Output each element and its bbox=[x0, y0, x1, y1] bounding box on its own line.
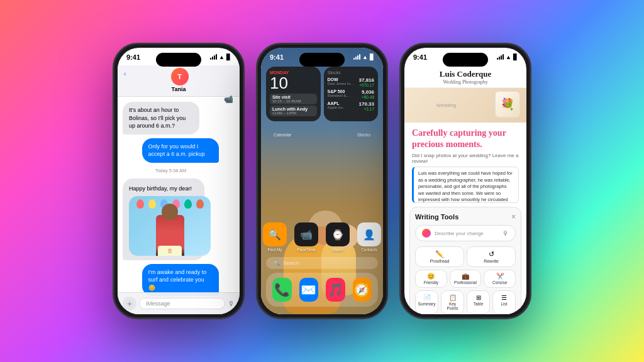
status-icons-1: ▲ ▊ bbox=[210, 54, 231, 60]
signal-icon bbox=[210, 55, 217, 60]
friendly-button[interactable]: 😊 Friendly bbox=[415, 270, 447, 288]
message-bubble: Only for you would I accept a 6 a.m. pic… bbox=[142, 138, 219, 163]
message-text: Happy birthday, my dear! bbox=[129, 183, 198, 196]
battery-icon: ▊ bbox=[226, 54, 231, 60]
table-button[interactable]: ⊞ Table bbox=[467, 290, 490, 314]
dock-mail[interactable]: ✉️ bbox=[299, 278, 319, 302]
apps-row: 🔍 Find My 📹 FaceTime ⌚ Watch bbox=[266, 222, 378, 252]
messages-list: It's about an hour to Bolinas, so I'll p… bbox=[118, 97, 224, 304]
studio-subtitle: Wedding Photography bbox=[412, 79, 519, 85]
review-prompt: Did I snap photos at your wedding? Leave… bbox=[404, 153, 526, 167]
phone-homescreen: 9:41 ▲ ▊ Monday 10 Site visit bbox=[256, 43, 388, 319]
writing-tools-title: Writing Tools bbox=[415, 213, 458, 221]
cal-event-1: Site visit 10:15 – 10:45AM bbox=[270, 94, 317, 104]
summary-button[interactable]: 📄 Summary bbox=[415, 290, 438, 314]
stocks-widget[interactable]: Stocks DOW Dow Jones In... 37,816 +570.1… bbox=[324, 67, 379, 121]
close-button[interactable]: × bbox=[511, 212, 516, 221]
studio-name: Luis Coderque bbox=[412, 69, 519, 79]
search-bar[interactable]: 🔍 Search bbox=[266, 257, 378, 269]
cal-event-2: Lunch with Andy 11AM – 12PM bbox=[270, 106, 317, 116]
studio-header: Luis Coderque Wedding Photography bbox=[404, 65, 526, 88]
tools-row-2: 😊 Friendly 💼 Professional ✂️ Concise bbox=[415, 270, 516, 288]
dynamic-island-3 bbox=[443, 53, 488, 67]
message-timestamp: Today 5:38 AM bbox=[123, 168, 219, 173]
app-facetime[interactable]: 📹 FaceTime bbox=[294, 222, 318, 252]
message-input-bar: + iMessage 🎙 bbox=[118, 292, 240, 314]
tools-row-1: ✏️ Proofread ↺ Rewrite bbox=[415, 246, 516, 267]
battery-icon-2: ▊ bbox=[370, 54, 374, 60]
writing-input[interactable]: Describe your change 🎙 bbox=[415, 225, 516, 241]
stocks-header: Stocks bbox=[328, 70, 375, 75]
app-watch[interactable]: ⌚ Watch bbox=[326, 222, 350, 252]
imessage-header: ‹ T Tania 📹 bbox=[118, 65, 240, 97]
attachment-button[interactable]: + bbox=[123, 297, 136, 310]
ai-icon bbox=[422, 229, 431, 238]
message-input[interactable]: iMessage bbox=[139, 298, 225, 309]
proofread-button[interactable]: ✏️ Proofread bbox=[415, 246, 464, 267]
writing-tools-header: Writing Tools × bbox=[415, 212, 516, 221]
list-button[interactable]: ☰ List bbox=[492, 290, 516, 314]
birthday-image: 🎂 bbox=[129, 196, 211, 256]
key-points-button[interactable]: 📋 Key Points bbox=[441, 290, 464, 314]
mic-icon: 🎙 bbox=[502, 230, 509, 237]
dock: 📞 ✉️ 🎵 🧭 bbox=[266, 273, 378, 307]
dock-compass[interactable]: 🧭 bbox=[353, 278, 372, 302]
stock-dow: DOW Dow Jones In... 37,816 +570.17 bbox=[328, 77, 375, 87]
phone-imessage: 9:41 ▲ ▊ ‹ T Tania 📹 It's about an hour … bbox=[113, 43, 245, 319]
wifi-icon: ▲ bbox=[219, 54, 225, 60]
birthday-message: Happy birthday, my dear! 🎂 bbox=[123, 178, 204, 260]
back-button[interactable]: ‹ bbox=[124, 70, 126, 77]
status-icons-2: ▲ ▊ bbox=[353, 54, 374, 60]
dock-music[interactable]: 🎵 bbox=[326, 278, 345, 302]
professional-button[interactable]: 💼 Professional bbox=[450, 270, 482, 288]
app-findmy[interactable]: 🔍 Find My bbox=[263, 222, 287, 252]
stock-aapl: AAPL Apple Inc. 170.33 +3.17 bbox=[328, 101, 375, 111]
rewrite-button[interactable]: ↺ Rewrite bbox=[467, 246, 516, 267]
dynamic-island bbox=[156, 53, 201, 67]
message-bubble: I'm awake and ready to surf and celebrat… bbox=[142, 264, 219, 297]
calendar-widget[interactable]: Monday 10 Site visit 10:15 – 10:45AM Lun… bbox=[266, 67, 321, 121]
tools-row-3: 📄 Summary 📋 Key Points ⊞ Table ☰ List bbox=[415, 290, 516, 314]
signal-icon-2 bbox=[353, 55, 360, 60]
hero-text: Wedding bbox=[429, 99, 502, 112]
hero-image: 💐 bbox=[495, 91, 520, 118]
wifi-icon-3: ▲ bbox=[506, 54, 511, 60]
tagline: Carefully capturing your precious moment… bbox=[404, 123, 526, 153]
status-icons-3: ▲ ▊ bbox=[497, 54, 518, 60]
time-2: 9:41 bbox=[270, 53, 284, 61]
cal-date: 10 bbox=[270, 75, 317, 91]
contact-name: Tania bbox=[124, 86, 233, 92]
signal-icon-3 bbox=[497, 55, 504, 60]
message-bubble: It's about an hour to Bolinas, so I'll p… bbox=[123, 102, 199, 134]
concise-button[interactable]: ✂️ Concise bbox=[484, 270, 516, 288]
app-area: 🔍 Find My 📹 FaceTime ⌚ Watch bbox=[266, 222, 378, 307]
contact-avatar: T bbox=[171, 68, 189, 85]
search-icon: 🔍 bbox=[274, 260, 280, 266]
app-contacts[interactable]: 👤 Contacts bbox=[357, 222, 381, 252]
wifi-icon-2: ▲ bbox=[362, 54, 368, 60]
writing-tools-panel: Writing Tools × Describe your change 🎙 ✏… bbox=[409, 207, 521, 314]
time-1: 9:41 bbox=[126, 53, 140, 61]
hero-section: Wedding 💐 bbox=[404, 88, 526, 123]
stock-sp500: S&P 500 Standard &... 5,036 +80.48 bbox=[328, 89, 375, 99]
dynamic-island-2 bbox=[299, 53, 345, 67]
time-3: 9:41 bbox=[413, 53, 427, 61]
phone-photography: 9:41 ▲ ▊ Luis Coderque Wedding Photograp… bbox=[399, 43, 531, 319]
battery-icon-3: ▊ bbox=[513, 54, 518, 60]
widgets-row: Monday 10 Site visit 10:15 – 10:45AM Lun… bbox=[266, 67, 378, 121]
mic-button[interactable]: 🎙 bbox=[228, 300, 235, 307]
cal-events: Site visit 10:15 – 10:45AM Lunch with An… bbox=[270, 94, 317, 116]
video-call-button[interactable]: 📹 bbox=[224, 95, 233, 104]
dock-phone[interactable]: 📞 bbox=[272, 278, 292, 302]
widget-labels: Calendar Stocks bbox=[266, 133, 378, 137]
review-text[interactable]: Luis was everything we could have hoped … bbox=[412, 167, 519, 203]
writing-placeholder: Describe your change bbox=[435, 231, 499, 236]
